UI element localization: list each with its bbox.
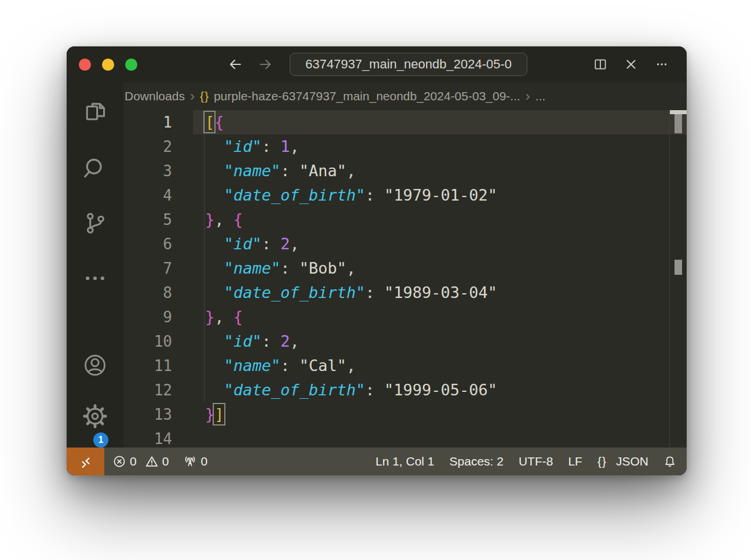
line-number[interactable]: 4 — [123, 183, 172, 208]
split-editor-icon[interactable] — [593, 57, 608, 72]
ports-count: 0 — [200, 454, 207, 468]
code-token — [205, 235, 224, 253]
more-views-ellipsis-icon[interactable] — [82, 266, 108, 291]
zoom-window-button[interactable] — [125, 59, 137, 71]
back-arrow-icon[interactable] — [228, 57, 243, 72]
code-token — [205, 162, 224, 180]
code-line[interactable]: "id": 2, — [205, 329, 669, 354]
code-token: { — [234, 210, 243, 228]
code-token — [205, 381, 224, 399]
more-actions-icon[interactable] — [654, 57, 669, 72]
broadcast-tower-icon — [184, 455, 196, 468]
code-token: { — [234, 308, 243, 326]
line-number[interactable]: 9 — [123, 305, 172, 329]
warnings-indicator[interactable]: 0 — [145, 454, 169, 468]
language-mode[interactable]: {} JSON — [597, 454, 648, 468]
code-line[interactable] — [205, 427, 669, 448]
indentation-setting[interactable]: Spaces: 2 — [450, 454, 504, 468]
code-line[interactable]: "date_of_birth": "1989-03-04" — [205, 281, 669, 305]
line-number[interactable]: 12 — [123, 378, 172, 402]
search-icon[interactable] — [82, 155, 108, 181]
line-number[interactable]: 10 — [123, 329, 172, 354]
json-braces-icon: {} — [597, 454, 607, 468]
remote-indicator[interactable] — [67, 448, 104, 475]
line-number[interactable]: 6 — [123, 232, 172, 256]
scrollbar-thumb[interactable] — [675, 114, 682, 133]
vscode-window: 63747937_main_neondb_2024-05-0 — [67, 46, 687, 475]
code-token: "name" — [224, 162, 281, 180]
errors-count: 0 — [130, 454, 137, 468]
code-token: : — [280, 259, 300, 277]
settings-gear-icon[interactable] — [82, 403, 108, 429]
json-braces-icon: {} — [200, 89, 209, 103]
breadcrumb-file[interactable]: purple-haze-63747937_main_neondb_2024-05… — [214, 89, 520, 103]
code-token: "id" — [224, 235, 262, 253]
code-token: "Ana" — [300, 162, 347, 180]
code-token: , — [214, 308, 234, 326]
line-number[interactable]: 8 — [123, 281, 172, 305]
line-number[interactable]: 13 — [123, 402, 172, 427]
code-token: "1989-03-04" — [384, 283, 497, 301]
code-line[interactable]: "name": "Cal", — [205, 354, 669, 378]
code-token: : — [365, 186, 384, 204]
close-window-button[interactable] — [79, 59, 91, 71]
editor[interactable]: 1234567891011121314 [{ "id": 1, "name": … — [123, 110, 687, 448]
overview-ruler-marker — [675, 260, 682, 275]
code-token: "date_of_birth" — [224, 283, 366, 301]
code-token: "name" — [224, 259, 281, 277]
code-token: , — [290, 235, 299, 253]
code-token: : — [365, 381, 384, 399]
code-token: : — [365, 283, 384, 301]
code-token: 1 — [280, 137, 290, 155]
code-token: "name" — [224, 357, 281, 374]
code-token: : — [262, 332, 281, 350]
code-line[interactable]: "date_of_birth": "1979-01-02" — [205, 183, 669, 208]
cursor-position[interactable]: Ln 1, Col 1 — [376, 454, 435, 468]
code-line[interactable]: }, { — [205, 305, 669, 329]
code-line[interactable]: "id": 1, — [205, 134, 669, 159]
breadcrumb-folder[interactable]: Downloads — [125, 89, 185, 103]
code-lines[interactable]: [{ "id": 1, "name": "Ana", "date_of_birt… — [197, 110, 669, 448]
breadcrumb-more[interactable]: ... — [535, 89, 546, 103]
line-number[interactable]: 3 — [123, 159, 172, 183]
command-center[interactable]: 63747937_main_neondb_2024-05-0 — [290, 53, 527, 76]
eol-setting[interactable]: LF — [568, 454, 582, 468]
ports-indicator[interactable]: 0 — [184, 454, 207, 468]
forward-arrow-icon[interactable] — [258, 57, 273, 72]
desktop: 63747937_main_neondb_2024-05-0 — [0, 0, 751, 560]
code-line[interactable]: "date_of_birth": "1999-05-06" — [205, 378, 669, 402]
code-token: , — [347, 357, 356, 374]
code-line[interactable]: "id": 2, — [205, 232, 669, 256]
errors-indicator[interactable]: 0 — [113, 454, 137, 468]
status-bar: 0 0 0 Ln 1, Col 1 — [67, 448, 687, 475]
code-token: , — [290, 137, 299, 155]
code-token: , — [214, 210, 234, 228]
notifications-bell[interactable] — [663, 455, 676, 468]
code-token: "date_of_birth" — [224, 186, 366, 204]
line-number[interactable]: 5 — [123, 208, 172, 232]
code-line[interactable]: "name": "Bob", — [205, 256, 669, 281]
explorer-files-icon[interactable] — [82, 99, 108, 124]
code-token: , — [347, 162, 356, 180]
code-token — [205, 357, 224, 374]
code-token: : — [280, 357, 300, 374]
minimize-window-button[interactable] — [102, 59, 114, 71]
line-number[interactable]: 14 — [123, 427, 172, 448]
code-token: "id" — [224, 137, 262, 155]
source-control-icon[interactable] — [82, 210, 108, 236]
encoding-setting[interactable]: UTF-8 — [519, 454, 553, 468]
line-number[interactable]: 1 — [123, 110, 172, 134]
line-number[interactable]: 7 — [123, 256, 172, 281]
overview-ruler-cursor-marker — [670, 110, 687, 114]
gutter[interactable]: 1234567891011121314 — [123, 110, 197, 448]
line-number[interactable]: 2 — [123, 134, 172, 159]
code-line[interactable]: }] — [205, 402, 669, 427]
code-line[interactable]: }, { — [205, 208, 669, 232]
breadcrumb: Downloads › {} purple-haze-63747937_main… — [123, 82, 687, 110]
code-line[interactable]: [{ — [205, 110, 669, 134]
line-number[interactable]: 11 — [123, 354, 172, 378]
close-editor-icon[interactable] — [624, 57, 639, 72]
code-line[interactable]: "name": "Ana", — [205, 159, 669, 183]
account-icon[interactable] — [82, 352, 108, 378]
scrollbar[interactable] — [669, 110, 687, 448]
